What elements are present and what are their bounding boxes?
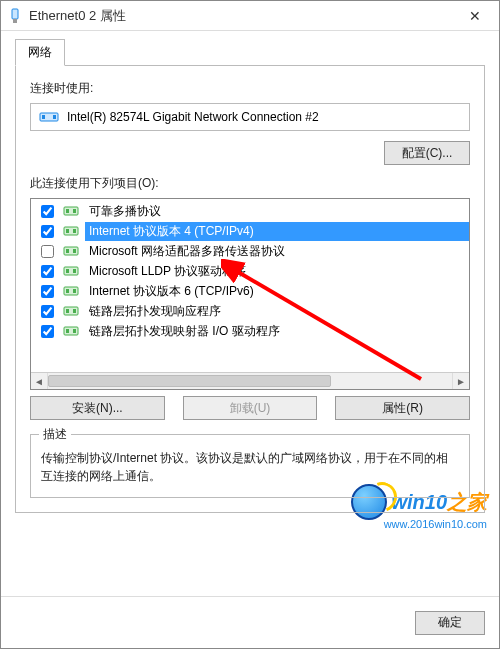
item-checkbox[interactable] [41,325,54,338]
scroll-right-arrow-icon[interactable]: ► [452,373,469,389]
component-buttons: 安装(N)... 卸载(U) 属性(R) [30,396,470,420]
ok-button[interactable]: 确定 [415,611,485,635]
button-label: 配置(C)... [402,146,453,160]
protocol-icon [63,324,79,338]
device-name: Intel(R) 82574L Gigabit Network Connecti… [67,110,319,124]
scroll-thumb[interactable] [48,375,331,387]
svg-rect-10 [73,229,76,233]
item-label: Microsoft 网络适配器多路传送器协议 [85,242,469,261]
item-checkbox[interactable] [41,285,54,298]
install-button[interactable]: 安装(N)... [30,396,165,420]
horizontal-scrollbar[interactable]: ◄ ► [31,372,469,389]
svg-rect-6 [66,209,69,213]
list-item[interactable]: Internet 协议版本 4 (TCP/IPv4) [35,221,469,241]
close-button[interactable]: ✕ [455,1,495,30]
items-label: 此连接使用下列项目(O): [30,175,470,192]
protocol-icon [63,224,79,238]
svg-rect-16 [73,269,76,273]
connect-using-field: Intel(R) 82574L Gigabit Network Connecti… [30,103,470,131]
button-label: 卸载(U) [230,401,271,415]
item-checkbox[interactable] [41,305,54,318]
svg-rect-18 [66,289,69,293]
svg-rect-22 [73,309,76,313]
window-title: Ethernet0 2 属性 [29,7,455,25]
svg-rect-12 [66,249,69,253]
protocol-icon [63,204,79,218]
description-text: 传输控制协议/Internet 协议。该协议是默认的广域网络协议，用于在不同的相… [41,449,459,485]
scroll-track[interactable] [48,373,452,389]
button-label: 确定 [438,615,462,629]
uninstall-button[interactable]: 卸载(U) [183,396,318,420]
svg-rect-7 [73,209,76,213]
item-label: 链路层拓扑发现响应程序 [85,302,469,321]
svg-rect-4 [53,115,56,119]
list-item[interactable]: 链路层拓扑发现映射器 I/O 驱动程序 [35,321,469,341]
connect-using-label: 连接时使用: [30,80,470,97]
tab-label: 网络 [28,45,52,59]
svg-rect-24 [66,329,69,333]
properties-dialog: Ethernet0 2 属性 ✕ 网络 连接时使用: Intel(R) [0,0,500,649]
nic-icon [39,110,59,124]
svg-rect-1 [13,19,17,23]
scroll-left-arrow-icon[interactable]: ◄ [31,373,48,389]
svg-rect-9 [66,229,69,233]
svg-rect-0 [12,9,18,19]
item-label: 链路层拓扑发现映射器 I/O 驱动程序 [85,322,469,341]
svg-rect-19 [73,289,76,293]
watermark-url: www.2016win10.com [384,518,487,530]
svg-rect-25 [73,329,76,333]
button-label: 安装(N)... [72,401,123,415]
protocol-icon [63,244,79,258]
properties-button[interactable]: 属性(R) [335,396,470,420]
list-item[interactable]: Microsoft 网络适配器多路传送器协议 [35,241,469,261]
tab-strip: 网络 [15,39,485,66]
item-label: Microsoft LLDP 协议驱动程序 [85,262,469,281]
svg-rect-3 [42,115,45,119]
list-item[interactable]: 链路层拓扑发现响应程序 [35,301,469,321]
list-item[interactable]: Internet 协议版本 6 (TCP/IPv6) [35,281,469,301]
item-checkbox[interactable] [41,225,54,238]
button-label: 属性(R) [382,401,423,415]
components-list[interactable]: 可靠多播协议Internet 协议版本 4 (TCP/IPv4)Microsof… [30,198,470,390]
svg-rect-21 [66,309,69,313]
client-area: 网络 连接时使用: Intel(R) 82574L Gigabit Networ… [1,31,499,596]
network-adapter-icon [7,8,23,24]
titlebar: Ethernet0 2 属性 ✕ [1,1,499,31]
tab-network[interactable]: 网络 [15,39,65,66]
svg-rect-13 [73,249,76,253]
list-item[interactable]: Microsoft LLDP 协议驱动程序 [35,261,469,281]
close-icon: ✕ [469,8,481,24]
dialog-footer: 确定 [1,596,499,648]
protocol-icon [63,284,79,298]
protocol-icon [63,264,79,278]
item-checkbox[interactable] [41,245,54,258]
svg-rect-15 [66,269,69,273]
item-label: Internet 协议版本 4 (TCP/IPv4) [85,222,469,241]
item-checkbox[interactable] [41,205,54,218]
tab-panel-network: 连接时使用: Intel(R) 82574L Gigabit Network C… [15,65,485,513]
description-group: 描述 传输控制协议/Internet 协议。该协议是默认的广域网络协议，用于在不… [30,434,470,498]
protocol-icon [63,304,79,318]
configure-button[interactable]: 配置(C)... [384,141,470,165]
item-label: Internet 协议版本 6 (TCP/IPv6) [85,282,469,301]
item-label: 可靠多播协议 [85,202,469,221]
list-item[interactable]: 可靠多播协议 [35,201,469,221]
item-checkbox[interactable] [41,265,54,278]
description-title: 描述 [39,426,71,443]
